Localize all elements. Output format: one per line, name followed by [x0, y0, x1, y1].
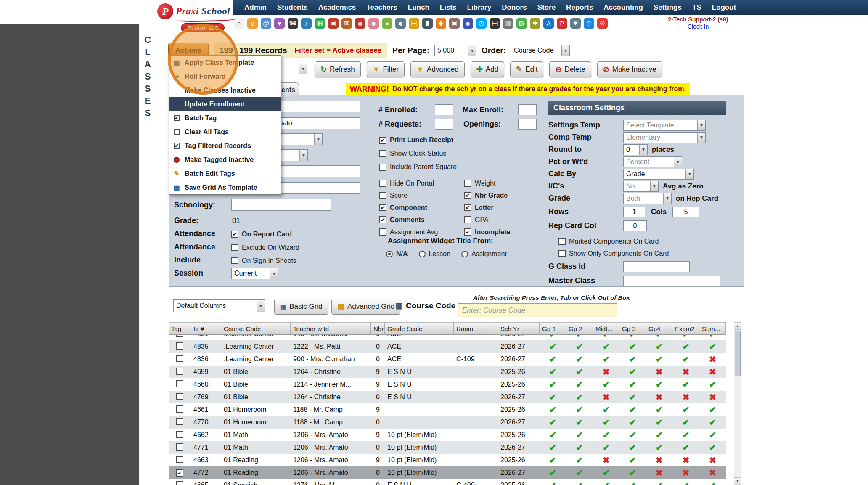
nav-item-logout[interactable]: Logout [712, 3, 736, 12]
table-row[interactable]: 476901 Bible1264 - Christine0E S N U2026… [169, 391, 726, 403]
enrolled-field[interactable] [435, 104, 453, 115]
column-header-sum[interactable]: Sum... [699, 322, 726, 335]
nav-item-ts[interactable]: TS [692, 3, 701, 12]
table-row[interactable]: 465901 Bible1264 - Christine9E S N U2025… [169, 366, 726, 378]
settings-temp-select[interactable]: Select Template▼ [623, 120, 706, 131]
radio-lesson[interactable]: Lesson [419, 248, 451, 260]
menu-item-apply-class-template[interactable]: ▦Apply Class Template [169, 56, 281, 69]
row-tag-checkbox[interactable] [176, 380, 183, 387]
order-select[interactable]: Course Code ▼ [511, 45, 570, 56]
people-icon[interactable]: ☻ [395, 18, 406, 29]
help-icon[interactable]: ? [584, 18, 594, 29]
row-tag-checkbox[interactable] [176, 456, 183, 463]
alert-icon[interactable]: ⊘ [597, 18, 608, 29]
checkbox-icon[interactable] [379, 192, 386, 199]
checkbox-icon[interactable] [464, 228, 471, 236]
ic-select[interactable]: No▼ [623, 181, 659, 192]
checkbox-icon[interactable] [231, 244, 238, 251]
radio-assignment[interactable]: Assignment [461, 248, 507, 260]
table-row[interactable]: 477001 Homeroom1188 - Mr. Camp02026-27✔✔… [169, 416, 726, 429]
calc-by-select[interactable]: Grade▼ [623, 169, 694, 180]
session-select[interactable]: Current ▼ [231, 268, 278, 279]
checkbox-icon[interactable] [558, 238, 566, 245]
checkbox-comments[interactable]: Comments [379, 214, 438, 226]
table-scrollbar[interactable]: ▲ ▼ [734, 322, 741, 485]
checkbox-icon[interactable] [464, 216, 471, 223]
row-tag-checkbox[interactable] [176, 431, 183, 438]
checkbox-gpa[interactable]: GPA [464, 214, 510, 226]
table-row[interactable]: 4836.Learning Center900 - Mrs. Carnahan0… [169, 353, 726, 366]
checkbox-icon[interactable] [231, 231, 238, 238]
column-header-tag[interactable]: Tag [169, 322, 191, 335]
table-row[interactable]: 477101 Math1206 - Mrs. Amato010 pt (Elem… [169, 441, 726, 454]
row-tag-checkbox[interactable] [176, 368, 183, 375]
table-row[interactable]: 477201 Reading1206 - Mrs. Amato010 pt (E… [169, 466, 726, 479]
group-icon[interactable]: ☻ [463, 18, 473, 29]
checkbox-icon[interactable] [379, 204, 386, 211]
cards-icon[interactable]: ▤ [409, 18, 419, 29]
search-icon[interactable]: ⌕ [234, 18, 244, 29]
max-enroll-field[interactable] [518, 104, 537, 115]
rows-field[interactable] [623, 207, 645, 217]
row-tag-checkbox[interactable] [176, 405, 183, 413]
nav-item-settings[interactable]: Settings [654, 3, 682, 12]
checkbox-icon[interactable] [464, 192, 471, 199]
scroll-down-icon[interactable]: ▼ [734, 477, 741, 485]
checkbox-icon[interactable] [379, 150, 386, 157]
nav-item-lunch[interactable]: Lunch [408, 3, 429, 12]
pdf-icon[interactable]: P [557, 18, 567, 29]
radio-icon[interactable] [461, 251, 468, 257]
parent-icon[interactable]: ☻ [368, 18, 379, 29]
device-icon[interactable]: ▮ [422, 18, 433, 29]
column-header-sch-yr[interactable]: Sch Yr [498, 322, 540, 335]
menu-item-tag-filtered-records[interactable]: Tag Filtered Records [169, 139, 281, 153]
checkbox-icon[interactable] [464, 204, 471, 211]
checkbox-icon[interactable] [379, 228, 386, 236]
translate-icon[interactable]: A [543, 18, 554, 29]
school-badge[interactable]: School 100 [181, 23, 225, 32]
checkbox-score[interactable]: Score [379, 189, 438, 201]
radio-icon[interactable] [386, 251, 393, 257]
row-tag-checkbox[interactable] [176, 393, 183, 400]
cs-grade-select[interactable]: Both▼ [623, 193, 672, 204]
column-header-gp-1[interactable]: Gp 1 [540, 322, 566, 335]
course-code-search-input[interactable] [458, 303, 617, 317]
phone-icon[interactable]: ☎ [288, 18, 298, 29]
checkbox-show-only-components[interactable]: Show Only Components On Card [548, 247, 728, 260]
checkbox-exclude-on-wizard[interactable]: Exclude On Wizard [231, 241, 299, 254]
clock-in-link[interactable]: Clock In [688, 23, 709, 30]
table-row[interactable]: 466001 Bible1214 - Jennifer M...9E S N U… [169, 378, 726, 391]
nav-item-reports[interactable]: Reports [566, 3, 593, 12]
nav-item-accounting[interactable]: Accounting [603, 3, 643, 12]
scroll-up-icon[interactable]: ▲ [734, 323, 741, 330]
menu-item-update-enrollment[interactable]: Update Enrollment [169, 97, 281, 111]
add-plus-icon[interactable]: ✚ [530, 18, 540, 29]
schoology-field[interactable] [231, 199, 331, 211]
mail-icon[interactable]: ✉ [341, 18, 352, 29]
column-header-id[interactable]: Id # [191, 322, 221, 335]
nav-item-store[interactable]: Store [537, 3, 556, 12]
checkbox-hide-on-portal[interactable]: Hide On Portal [379, 177, 438, 189]
per-page-select[interactable]: 5,000 ▼ [434, 45, 476, 56]
basic-grid-button[interactable]: ▦ Basic Grid [274, 299, 328, 315]
rep-card-col-field[interactable] [623, 220, 647, 231]
advanced-grid-button[interactable]: ▦ Advanced Grid [331, 299, 400, 315]
checkbox-checked-icon[interactable] [172, 115, 181, 121]
requests-field[interactable] [435, 119, 453, 130]
delete-button[interactable]: ⊖Delete [549, 61, 591, 77]
checkbox-icon[interactable] [379, 216, 386, 223]
student-icon[interactable]: ☻ [355, 18, 365, 29]
calendar-icon[interactable]: ▣ [328, 18, 339, 29]
row-tag-checkbox[interactable] [176, 335, 183, 337]
table-row[interactable]: 4831.Learning Center949 - Mr. McGaha0ACE… [169, 335, 726, 340]
checkbox-assignment-avg[interactable]: Assignment Avg [379, 226, 438, 238]
checkbox-checked-icon[interactable] [172, 143, 181, 149]
image-icon[interactable]: ▧ [516, 18, 527, 29]
master-class-field[interactable] [623, 276, 720, 286]
column-header-exam2[interactable]: Exam2 [672, 322, 699, 335]
apple-icon[interactable]: ● [382, 18, 392, 29]
checkbox-icon[interactable] [379, 180, 386, 187]
column-header-room[interactable]: Room [454, 322, 498, 335]
tools-icon[interactable]: ✱ [570, 18, 581, 29]
openings-field[interactable] [518, 119, 537, 130]
